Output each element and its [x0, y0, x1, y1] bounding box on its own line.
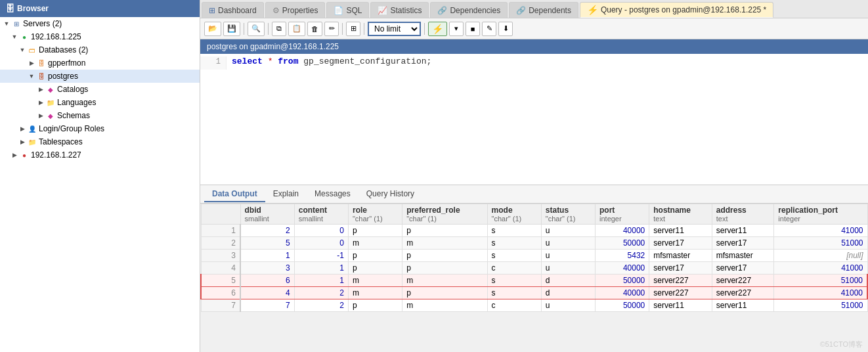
tab-properties[interactable]: ⚙ Properties: [265, 2, 326, 18]
run-query-btn[interactable]: ⚡: [428, 22, 447, 36]
separator4: [364, 23, 364, 35]
cell-replication_port: 41000: [774, 262, 867, 275]
results-table: dbid smallint content smallint role "cha…: [200, 204, 868, 312]
row-limit-select[interactable]: No limit 10 rows 50 rows 100 rows: [368, 22, 421, 36]
separator5: [424, 23, 425, 35]
col-header-preferred-role[interactable]: preferred_role "char" (1): [402, 204, 487, 225]
col-header-content[interactable]: content smallint: [294, 204, 348, 225]
cell-port: 50000: [596, 275, 649, 287]
cell-dbid: 4: [240, 287, 294, 299]
table-row[interactable]: 642mpsd40000server227server22741000: [201, 287, 867, 299]
cell-mode: s: [487, 225, 541, 237]
sidebar-item-servers[interactable]: ▼ ⊞ Servers (2): [0, 17, 200, 30]
save-file-btn[interactable]: 💾: [223, 22, 240, 36]
cell-preferred_role: p: [402, 250, 487, 262]
data-table-wrap: dbid smallint content smallint role "cha…: [200, 204, 868, 352]
sidebar-item-languages[interactable]: ▶ 📁 Languages: [0, 96, 200, 109]
tab-query[interactable]: ⚡ Query - postgres on gpadmin@192.168.1.…: [580, 2, 773, 18]
table-row[interactable]: 120ppsu40000server11server1141000: [201, 225, 867, 237]
separator: [244, 23, 244, 35]
expand-icon: ▶: [18, 125, 26, 132]
sidebar-item-gpperfmon[interactable]: ▶ 🗄 gpperfmon: [0, 56, 200, 70]
table-row[interactable]: 772pmcu50000server11server1151000: [201, 299, 867, 312]
cell-status: u: [541, 262, 595, 275]
sidebar-item-catalogs[interactable]: ▶ ◆ Catalogs: [0, 83, 200, 96]
results-tab-data-output[interactable]: Data Output: [204, 187, 265, 202]
sql-editor[interactable]: 1 select * from gp_segment_configuration…: [200, 54, 868, 185]
sidebar-item-server2[interactable]: ▶ ● 192.168.1.227: [0, 148, 200, 162]
cell-hostname: server11: [649, 299, 712, 312]
cell-content: -1: [294, 250, 348, 262]
col-header-role[interactable]: role "char" (1): [348, 204, 402, 225]
cell-preferred_role: p: [402, 287, 487, 299]
sql-icon: 📄: [334, 6, 343, 15]
explain-btn[interactable]: ✎: [482, 22, 496, 36]
tab-dashboard[interactable]: ⊞ Dashboard: [202, 2, 264, 18]
tab-dependents[interactable]: 🔗 Dependents: [509, 2, 578, 18]
logingroup-label: Login/Group Roles: [39, 124, 104, 133]
col-header-status[interactable]: status "char" (1): [541, 204, 595, 225]
row-number: 6: [201, 287, 240, 299]
sidebar-item-postgres[interactable]: ▼ 🗄 postgres: [0, 70, 200, 83]
col-header-dbid[interactable]: dbid smallint: [240, 204, 294, 225]
line-content-1: select * from gp_segment_configuration;: [227, 56, 431, 70]
cell-status: u: [541, 299, 595, 312]
col-header-hostname[interactable]: hostname text: [649, 204, 712, 225]
table-row[interactable]: 561mmsd50000server227server22751000: [201, 275, 867, 287]
languages-label: Languages: [57, 98, 96, 107]
tab-sql[interactable]: 📄 SQL: [326, 2, 369, 18]
sidebar-item-server1[interactable]: ▼ ● 192.168.1.225: [0, 30, 200, 43]
table-row[interactable]: 31-1ppsu5432mfsmastermfsmaster[null]: [201, 250, 867, 262]
databases-icon: 🗃: [27, 45, 37, 55]
col-header-replication-port[interactable]: replication_port integer: [774, 204, 867, 225]
cell-hostname: server11: [649, 225, 712, 237]
sidebar-item-databases[interactable]: ▼ 🗃 Databases (2): [0, 43, 200, 56]
delete-btn[interactable]: 🗑: [307, 22, 322, 36]
cell-mode: c: [487, 299, 541, 312]
sidebar-item-tablespaces[interactable]: ▶ 📁 Tablespaces: [0, 135, 200, 148]
cell-dbid: 2: [240, 225, 294, 237]
results-tab-messages[interactable]: Messages: [307, 187, 358, 202]
results-tab-explain[interactable]: Explain: [265, 187, 307, 202]
expand-icon: ▶: [28, 60, 35, 66]
cell-status: u: [541, 250, 595, 262]
filter-btn[interactable]: ⊞: [346, 22, 360, 36]
tab-statistics[interactable]: 📈 Statistics: [370, 2, 429, 18]
sidebar-header-icon: 🗄: [5, 3, 14, 14]
tab-dependencies[interactable]: 🔗 Dependencies: [430, 2, 508, 18]
sidebar-item-logingroup[interactable]: ▶ 👤 Login/Group Roles: [0, 122, 200, 135]
cell-mode: s: [487, 287, 541, 299]
download-btn[interactable]: ⬇: [498, 22, 513, 36]
stop-btn[interactable]: ■: [466, 22, 480, 36]
watermark: ©51CTO博客: [820, 340, 863, 349]
row-num-header: [201, 204, 240, 225]
row-number: 2: [201, 237, 240, 250]
paste-btn[interactable]: 📋: [288, 22, 305, 36]
catalogs-icon: ◆: [45, 84, 56, 95]
col-header-mode[interactable]: mode "char" (1): [487, 204, 541, 225]
table-row[interactable]: 431ppcu40000server17server1741000: [201, 262, 867, 275]
col-header-address[interactable]: address text: [712, 204, 774, 225]
expand-icon: ▼: [18, 47, 26, 53]
cell-dbid: 6: [240, 275, 294, 287]
server-connected-icon: ●: [19, 32, 30, 42]
query-icon: ⚡: [587, 5, 598, 15]
find-btn[interactable]: 🔍: [248, 22, 265, 36]
cell-port: 50000: [596, 237, 649, 250]
edit-btn[interactable]: ✏: [324, 22, 339, 36]
table-row[interactable]: 250mmsu50000server17server1751000: [201, 237, 867, 250]
line-number-1: 1: [200, 56, 227, 70]
cell-address: server11: [712, 225, 774, 237]
cell-port: 40000: [596, 262, 649, 275]
postgres-label: postgres: [48, 72, 78, 81]
results-tab-query-history[interactable]: Query History: [358, 187, 422, 202]
sidebar-item-schemas[interactable]: ▶ ◆ Schemas: [0, 109, 200, 122]
results-area: Data Output Explain Messages Query Histo…: [200, 185, 868, 352]
copy-btn[interactable]: ⧉: [272, 22, 286, 36]
dependents-icon: 🔗: [516, 6, 526, 15]
connection-text: postgres on gpadmin@192.168.1.225: [207, 42, 339, 51]
cell-mode: s: [487, 275, 541, 287]
col-header-port[interactable]: port integer: [596, 204, 649, 225]
open-file-btn[interactable]: 📂: [204, 22, 221, 36]
run-options-btn[interactable]: ▾: [449, 22, 464, 36]
